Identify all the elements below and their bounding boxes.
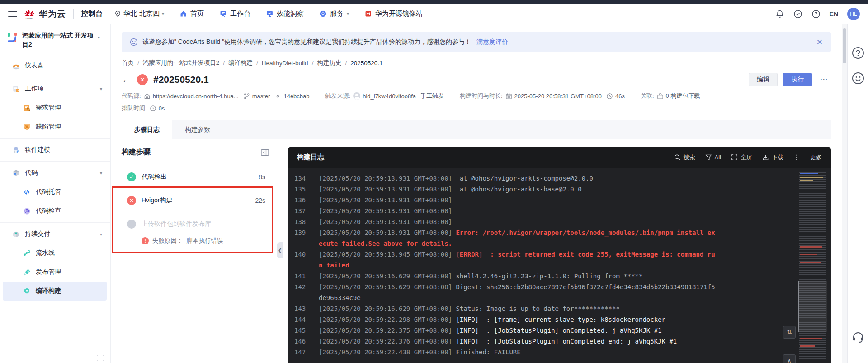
step-label: 上传软件包到软件发布库 bbox=[142, 220, 211, 228]
more-actions-button[interactable]: ··· bbox=[817, 73, 831, 86]
branch-name[interactable]: master bbox=[252, 93, 270, 100]
breadcrumb-item-4[interactable]: HealthyDiet-build bbox=[262, 60, 308, 67]
project-switcher[interactable]: 鸿蒙应用的一站式 开发项目2 ▾ bbox=[0, 24, 110, 55]
relation-label: 关联: bbox=[641, 92, 654, 100]
pipeline-icon bbox=[23, 249, 31, 258]
scrollbar-thumb[interactable] bbox=[843, 28, 846, 63]
topbar-item-1[interactable]: 首页 bbox=[179, 10, 204, 18]
tab-bar: 步骤日志构建参数 bbox=[122, 120, 831, 139]
sidebar-item-需求管理[interactable]: 需求管理 bbox=[0, 98, 110, 117]
log-tool-All[interactable]: All bbox=[705, 154, 721, 161]
sidebar-item-label: 代码 bbox=[25, 169, 38, 177]
page-title: #20250520.1 bbox=[153, 74, 209, 85]
log-tool-更多[interactable]: 更多 bbox=[810, 153, 822, 162]
breadcrumb-item-1[interactable]: 首页 bbox=[122, 59, 134, 67]
sidebar-item-持续交付[interactable]: 持续交付▾ bbox=[0, 224, 110, 244]
help-icon[interactable] bbox=[811, 10, 821, 19]
log-tool-全屏[interactable]: 全屏 bbox=[731, 153, 752, 162]
build-step-Hvigor构建[interactable]: ✕Hvigor构建22s bbox=[122, 189, 272, 212]
build-time: 2025-05-20 20:58:31 GMT+08:00 bbox=[514, 93, 602, 100]
trigger-user: hid_l7kw4d0vlfoo8fa bbox=[363, 93, 416, 100]
sidebar-collapse-icon[interactable] bbox=[97, 355, 104, 361]
topbar-item-label: 服务 bbox=[330, 10, 344, 18]
console-link[interactable]: 控制台 bbox=[81, 9, 103, 19]
breadcrumb-separator: / bbox=[312, 60, 314, 67]
step-status-error-icon: ✕ bbox=[127, 196, 136, 205]
back-arrow-icon[interactable]: ← bbox=[122, 75, 132, 85]
location-pin-icon bbox=[114, 10, 121, 17]
minimap-mark bbox=[800, 345, 815, 347]
notifications-bell-icon[interactable] bbox=[775, 10, 784, 19]
sidebar-item-缺陷管理[interactable]: 缺陷管理 bbox=[0, 117, 110, 136]
page-scrollbar[interactable] bbox=[842, 24, 847, 363]
topbar-item-4[interactable]: 服务▾ bbox=[319, 10, 349, 18]
log-line-145: 145[2025/05/20 20:59:22.375 GMT+08:00] [… bbox=[294, 325, 763, 336]
commit-icon bbox=[274, 93, 281, 100]
feedback-smiley-icon[interactable] bbox=[851, 72, 865, 85]
log-tool-搜索[interactable]: 搜索 bbox=[674, 153, 695, 162]
minimap-viewport[interactable] bbox=[798, 281, 827, 332]
hamburger-menu-icon[interactable] bbox=[8, 11, 17, 17]
tab-步骤日志[interactable]: 步骤日志 bbox=[122, 120, 172, 139]
queue-label: 排队时间: bbox=[122, 104, 147, 112]
sidebar-item-流水线[interactable]: 流水线 bbox=[0, 244, 110, 263]
log-tool-下载[interactable]: 下载 bbox=[762, 153, 783, 162]
log-line-number: 139 bbox=[294, 227, 314, 249]
steps-panel-toggle-handle[interactable]: ❮ bbox=[277, 242, 283, 258]
build-step-代码检出[interactable]: ✓代码检出8s bbox=[122, 165, 272, 189]
log-line-number: 135 bbox=[294, 184, 314, 195]
log-line-number: 140 bbox=[294, 249, 314, 271]
sidebar-item-软件建模[interactable]: 软件建模 bbox=[0, 140, 110, 159]
edit-button[interactable]: 编辑 bbox=[749, 73, 778, 86]
sidebar-divider bbox=[0, 161, 110, 162]
language-switcher[interactable]: EN bbox=[830, 10, 838, 18]
source-label: 代码源: bbox=[122, 92, 141, 100]
log-line-134: 134[2025/05/20 20:59:13.931 GMT+08:00] a… bbox=[294, 173, 763, 184]
banner-survey-link[interactable]: 满意度评价 bbox=[476, 38, 508, 46]
topbar-item-5[interactable]: 华为开源镜像站 bbox=[364, 10, 423, 18]
close-icon[interactable]: ✕ bbox=[816, 38, 823, 47]
topbar-item-2[interactable]: 工作台 bbox=[219, 10, 250, 18]
commit-id[interactable]: 14ebcbab bbox=[283, 93, 309, 100]
delivery-icon bbox=[12, 230, 20, 239]
kebab-icon bbox=[793, 154, 800, 161]
workbench-icon bbox=[219, 10, 227, 18]
log-line-138: 138[2025/05/20 20:59:13.931 GMT+08:00] bbox=[294, 216, 763, 227]
sidebar-item-仪表盘[interactable]: 仪表盘 bbox=[0, 56, 110, 75]
scroll-to-top-button[interactable]: ∧ bbox=[783, 354, 796, 363]
right-utility-rail bbox=[847, 24, 868, 363]
requirements-icon bbox=[23, 104, 31, 112]
sidebar-divider bbox=[0, 222, 110, 223]
run-button[interactable]: 执行 bbox=[783, 73, 812, 86]
build-step-上传软件包到软件发布库[interactable]: −上传软件包到软件发布库 bbox=[122, 212, 272, 236]
log-minimap[interactable] bbox=[798, 170, 827, 361]
user-avatar[interactable]: HL bbox=[847, 8, 860, 20]
minimap-mark bbox=[800, 173, 818, 174]
sidebar-item-发布管理[interactable]: 发布管理 bbox=[0, 263, 110, 282]
breadcrumb-item-2[interactable]: 鸿蒙应用的一站式开发项目2 bbox=[143, 59, 220, 67]
log-follow-toggle-button[interactable]: ⇅ bbox=[783, 326, 796, 339]
modeling-icon bbox=[12, 146, 20, 154]
panel-collapse-icon[interactable] bbox=[261, 149, 269, 156]
log-tool-kebab[interactable] bbox=[793, 154, 800, 161]
log-output[interactable]: 134[2025/05/20 20:59:13.931 GMT+08:00] a… bbox=[288, 168, 831, 363]
breadcrumb-item-3[interactable]: 编译构建 bbox=[228, 59, 253, 67]
code-hosting-icon bbox=[23, 188, 31, 196]
sidebar-item-编译构建[interactable]: 编译构建 bbox=[3, 282, 107, 301]
breadcrumb-item-5[interactable]: 构建历史 bbox=[317, 59, 341, 67]
home-icon bbox=[179, 10, 187, 18]
sidebar-item-label: 流水线 bbox=[36, 249, 55, 257]
repo-url[interactable]: https://devcloud.cn-north-4.hua... bbox=[153, 93, 239, 100]
topbar-item-3[interactable]: 效能洞察 bbox=[266, 10, 304, 18]
region-selector[interactable]: 华北-北京四 ▾ bbox=[114, 10, 164, 18]
sidebar-item-代码托管[interactable]: 代码托管 bbox=[0, 182, 110, 201]
tab-构建参数[interactable]: 构建参数 bbox=[172, 120, 223, 139]
support-headset-icon[interactable] bbox=[851, 330, 865, 344]
sidebar-item-代码[interactable]: 代码▾ bbox=[0, 163, 110, 182]
relation-value[interactable]: 0 构建包下载 bbox=[666, 92, 700, 100]
sidebar-item-代码检查[interactable]: 代码检查 bbox=[0, 201, 110, 220]
huawei-cloud-logo[interactable]: HUAWEI 华为云 bbox=[24, 8, 66, 20]
sidebar-item-工作项[interactable]: 工作项▾ bbox=[0, 79, 110, 98]
help-circle-icon[interactable] bbox=[851, 46, 865, 60]
tasks-check-icon[interactable] bbox=[793, 10, 802, 19]
